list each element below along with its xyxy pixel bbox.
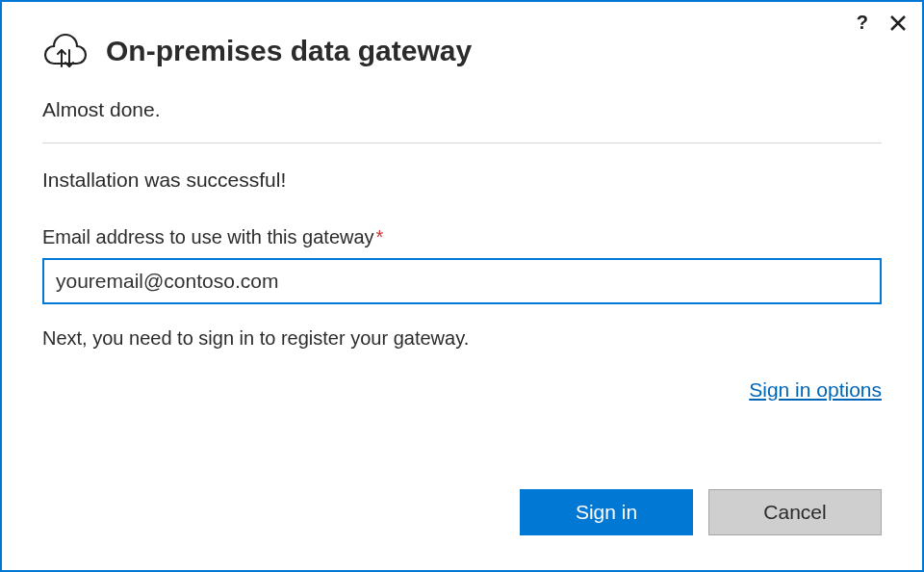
dialog-header: On-premises data gateway xyxy=(42,31,882,71)
next-step-text: Next, you need to sign in to register yo… xyxy=(42,327,882,350)
button-row: Sign in Cancel xyxy=(520,489,882,535)
dialog-content: On-premises data gateway Almost done. In… xyxy=(2,2,922,402)
email-field-label: Email address to use with this gateway* xyxy=(42,226,882,248)
dialog-subtitle: Almost done. xyxy=(42,98,882,121)
cancel-button[interactable]: Cancel xyxy=(708,489,882,535)
required-mark: * xyxy=(376,226,384,247)
divider xyxy=(42,143,882,143)
titlebar: ? xyxy=(853,10,911,36)
signin-button[interactable]: Sign in xyxy=(520,489,693,535)
help-icon[interactable]: ? xyxy=(853,10,872,36)
email-input[interactable] xyxy=(42,258,882,304)
signin-options-link[interactable]: Sign in options xyxy=(749,378,882,401)
cloud-updown-icon xyxy=(42,31,89,71)
close-icon[interactable] xyxy=(886,11,911,36)
dialog-title: On-premises data gateway xyxy=(106,35,472,67)
link-row: Sign in options xyxy=(42,378,882,402)
email-label-text: Email address to use with this gateway xyxy=(42,226,374,247)
gateway-setup-window: ? On-premises data gat xyxy=(0,0,924,572)
install-status-text: Installation was successful! xyxy=(42,169,882,192)
